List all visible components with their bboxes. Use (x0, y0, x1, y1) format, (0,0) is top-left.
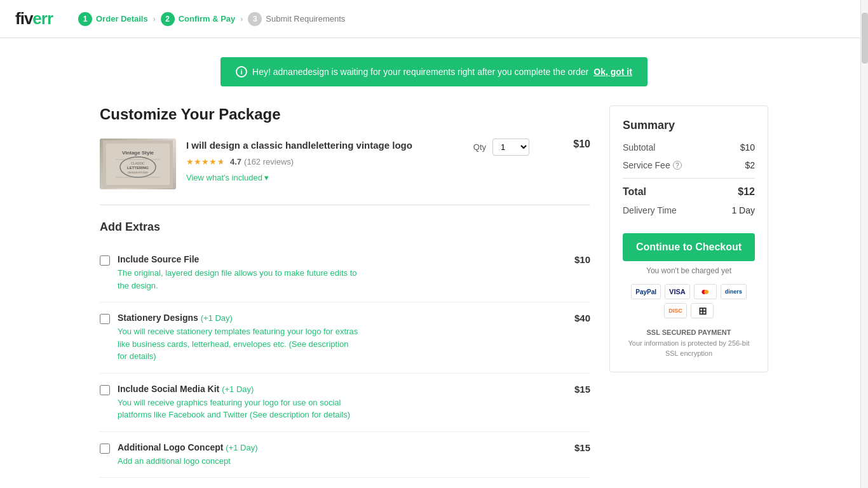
view-included-link[interactable]: View what's included ▾ (186, 173, 269, 182)
product-title: I will design a classic handlelettering … (186, 139, 463, 152)
extra-name-3: Additional Logo Concept (+1 Day) (118, 442, 557, 452)
step-3-label: Submit Requirements (266, 14, 345, 24)
product-qty-section: Qty 1 2 3 (473, 139, 555, 156)
delivery-label: Delivery Time (623, 205, 677, 215)
extra-checkbox-2[interactable] (100, 385, 110, 395)
subtotal-label: Subtotal (623, 142, 655, 152)
svg-text:CLASSIC: CLASSIC (131, 161, 145, 165)
extra-item-1: Stationery Designs (+1 Day) You will rec… (100, 302, 590, 374)
diners-icon: diners (721, 284, 747, 299)
subtotal-value: $10 (740, 142, 755, 152)
qty-label: Qty (473, 142, 486, 152)
extra-tag-2: (+1 Day) (222, 384, 254, 394)
ssl-title: SSL SECURED PAYMENT (623, 327, 755, 338)
paypal-icon: PayPal (631, 284, 661, 299)
header: fiverr 1 Order Details › 2 Confirm & Pay… (0, 0, 868, 38)
extra-checkbox-0[interactable] (100, 255, 110, 266)
summary-subtotal-row: Subtotal $10 (623, 142, 755, 152)
product-price: $10 (565, 139, 590, 150)
arrow-2: › (240, 15, 243, 24)
info-icon: i (236, 66, 247, 78)
product-info: I will design a classic handlelettering … (186, 139, 463, 182)
main-container: Customize Your Package Vintage Style CLA… (85, 105, 783, 478)
extra-checkbox-3[interactable] (100, 444, 110, 454)
extra-price-2: $15 (565, 384, 590, 395)
fee-value: $2 (745, 160, 755, 170)
logo-text-green: err (32, 9, 53, 28)
svg-text:LETTERING: LETTERING (127, 166, 149, 170)
product-reviews: (162 reviews) (244, 157, 294, 166)
extra-name-0: Include Source File (118, 254, 557, 264)
right-panel: Summary Subtotal $10 Service Fee ? $2 To… (609, 105, 768, 478)
delivery-value: 1 Day (731, 205, 755, 215)
extra-item-2: Include Social Media Kit (+1 Day) You wi… (100, 374, 590, 432)
product-stars: ★★★★★★ (186, 157, 225, 166)
extra-content-0: Include Source File The original, layere… (118, 254, 557, 292)
extra-tag-1: (+1 Day) (201, 313, 233, 323)
product-row: Vintage Style CLASSIC LETTERING DESIGN S… (100, 139, 590, 205)
total-value: $12 (738, 186, 755, 198)
breadcrumb-step-3: 3 Submit Requirements (248, 12, 345, 26)
ssl-desc: Your information is protected by 256-bit… (623, 338, 755, 359)
svg-text:Vintage Style: Vintage Style (122, 150, 154, 156)
extra-price-3: $15 (565, 442, 590, 453)
extra-checkbox-1[interactable] (100, 314, 110, 324)
step-2-label: Confirm & Pay (179, 14, 236, 24)
mastercard-icon: ●● (694, 284, 717, 299)
no-charge-text: You won't be charged yet (623, 266, 755, 275)
arrow-1: › (153, 15, 156, 24)
extra-item-3: Additional Logo Concept (+1 Day) Add an … (100, 432, 590, 478)
extras-title: Add Extras (100, 220, 590, 234)
extra-desc-3: Add an additional logo concept (118, 455, 359, 468)
fee-label: Service Fee ? (623, 160, 682, 170)
extra-content-3: Additional Logo Concept (+1 Day) Add an … (118, 442, 557, 468)
extra-item-0: Include Source File The original, layere… (100, 244, 590, 302)
step-2-circle: 2 (161, 12, 175, 26)
chevron-down-icon: ▾ (264, 173, 269, 182)
checkout-button[interactable]: Continue to Checkout (623, 233, 755, 261)
scrollbar-track[interactable] (860, 0, 868, 478)
delivery-row: Delivery Time 1 Day (623, 205, 755, 215)
summary-total-row: Total $12 (623, 186, 755, 198)
scrollbar-thumb[interactable] (862, 13, 868, 64)
page-title: Customize Your Package (100, 105, 590, 123)
extra-desc-1: You will receive stationery templates fe… (118, 325, 359, 363)
product-image: Vintage Style CLASSIC LETTERING DESIGN S… (100, 139, 176, 189)
product-image-inner: Vintage Style CLASSIC LETTERING DESIGN S… (100, 139, 176, 189)
fee-help-icon[interactable]: ? (673, 161, 682, 170)
step-1-label: Order Details (96, 14, 148, 24)
step-1-circle: 1 (78, 12, 92, 26)
extra-tag-3: (+1 Day) (226, 443, 257, 452)
summary-title: Summary (623, 119, 755, 132)
banner-message: Hey! adnanedesign is waiting for your re… (252, 67, 588, 77)
extra-content-2: Include Social Media Kit (+1 Day) You wi… (118, 384, 557, 421)
summary-fee-row: Service Fee ? $2 (623, 160, 755, 170)
extra-desc-2: You will receive graphics featuring your… (118, 396, 359, 421)
extra-price-1: $40 (565, 313, 590, 323)
payment-icons: PayPal VISA ●● diners DISC ⊞ (623, 284, 755, 318)
extra-content-1: Stationery Designs (+1 Day) You will rec… (118, 313, 557, 363)
notification-banner: i Hey! adnanedesign is waiting for your … (220, 57, 648, 86)
banner-dismiss-link[interactable]: Ok, got it (593, 67, 632, 77)
discover-icon: DISC (664, 303, 687, 318)
extra-desc-0: The original, layered design file allows… (118, 267, 359, 292)
grid-icon: ⊞ (691, 303, 714, 318)
extra-price-0: $10 (565, 254, 590, 265)
ssl-info: SSL SECURED PAYMENT Your information is … (623, 327, 755, 359)
breadcrumb-step-1: 1 Order Details (78, 12, 148, 26)
extra-name-1: Stationery Designs (+1 Day) (118, 313, 557, 323)
extra-name-2: Include Social Media Kit (+1 Day) (118, 384, 557, 394)
qty-select[interactable]: 1 2 3 (492, 139, 529, 156)
visa-icon: VISA (665, 284, 690, 299)
breadcrumb: 1 Order Details › 2 Confirm & Pay › 3 Su… (78, 12, 345, 26)
svg-text:DESIGN STUDIO: DESIGN STUDIO (128, 171, 148, 174)
logo[interactable]: fiverr (15, 9, 53, 29)
left-panel: Customize Your Package Vintage Style CLA… (100, 105, 590, 478)
product-rating: 4.7 (230, 157, 241, 166)
step-3-circle: 3 (248, 12, 262, 26)
total-label: Total (623, 186, 646, 198)
breadcrumb-step-2: 2 Confirm & Pay (161, 12, 236, 26)
summary-divider (623, 178, 755, 179)
summary-box: Summary Subtotal $10 Service Fee ? $2 To… (609, 105, 768, 372)
extras-section: Add Extras Include Source File The origi… (100, 220, 590, 478)
